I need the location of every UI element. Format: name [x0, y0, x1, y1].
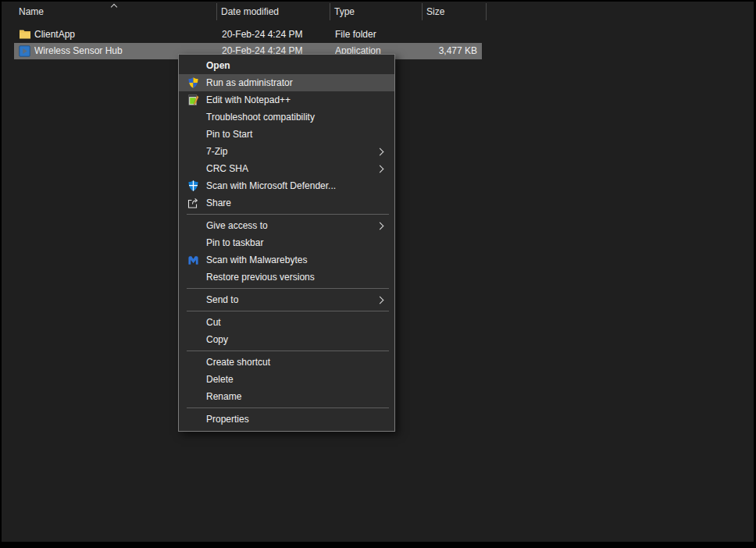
- file-list-pane: NameDate modifiedTypeSize ClientApp 20-F…: [2, 2, 754, 542]
- column-header-name[interactable]: Name: [14, 2, 216, 22]
- menu-separator: [187, 311, 389, 311]
- menu-item-crc-sha[interactable]: CRC SHA: [179, 160, 394, 177]
- menu-item-create-shortcut[interactable]: Create shortcut: [179, 354, 394, 371]
- column-headers: NameDate modifiedTypeSize: [2, 2, 754, 22]
- uac-shield-icon: [187, 77, 199, 89]
- menu-item-pin-to-taskbar[interactable]: Pin to taskbar: [179, 234, 394, 251]
- menu-item-cut[interactable]: Cut: [179, 314, 394, 331]
- notepadpp-icon: [187, 94, 199, 106]
- folder-icon: [19, 29, 31, 41]
- app-icon: [19, 45, 31, 57]
- menu-item-send-to[interactable]: Send to: [179, 291, 394, 308]
- malwarebytes-icon: [187, 254, 199, 266]
- menu-separator: [187, 288, 389, 289]
- menu-item-7-zip[interactable]: 7-Zip: [179, 143, 394, 160]
- submenu-arrow-icon: [376, 165, 384, 173]
- column-header-type[interactable]: Type: [330, 2, 422, 22]
- file-size: [422, 27, 480, 43]
- menu-item-restore-previous-versions[interactable]: Restore previous versions: [179, 269, 394, 286]
- menu-item-scan-with-malwarebytes[interactable]: Scan with Malwarebytes: [179, 251, 394, 269]
- menu-item-open[interactable]: Open: [179, 57, 394, 74]
- file-name: ClientApp: [34, 27, 214, 43]
- explorer-window: NameDate modifiedTypeSize ClientApp 20-F…: [0, 0, 756, 548]
- file-date-modified: 20-Feb-24 4:24 PM: [222, 27, 331, 43]
- defender-shield-icon: [187, 180, 199, 192]
- menu-item-scan-with-microsoft-defender[interactable]: Scan with Microsoft Defender...: [179, 177, 394, 194]
- column-divider[interactable]: [216, 3, 217, 20]
- share-icon: [187, 197, 199, 209]
- column-header-size[interactable]: Size: [422, 2, 486, 22]
- file-size: 3,477 KB: [422, 43, 480, 59]
- submenu-arrow-icon: [376, 296, 384, 304]
- column-divider[interactable]: [422, 3, 423, 20]
- file-type: File folder: [335, 27, 421, 43]
- submenu-arrow-icon: [376, 222, 384, 230]
- menu-item-give-access-to[interactable]: Give access to: [179, 217, 394, 234]
- menu-item-delete[interactable]: Delete: [179, 371, 394, 388]
- column-header-date-modified[interactable]: Date modified: [216, 2, 330, 22]
- menu-separator: [187, 407, 389, 408]
- menu-item-share[interactable]: Share: [179, 194, 394, 212]
- submenu-arrow-icon: [376, 148, 384, 155]
- menu-separator: [187, 351, 389, 351]
- menu-item-rename[interactable]: Rename: [179, 388, 394, 405]
- file-row-clientapp[interactable]: ClientApp 20-Feb-24 4:24 PM File folder: [14, 27, 482, 43]
- column-divider[interactable]: [486, 3, 487, 20]
- column-divider[interactable]: [330, 3, 330, 20]
- menu-separator: [187, 214, 389, 215]
- menu-item-run-as-administrator[interactable]: Run as administrator: [179, 74, 394, 91]
- menu-item-troubleshoot-compatibility[interactable]: Troubleshoot compatibility: [179, 109, 394, 126]
- context-menu: Open Run as administrator Edit with Note…: [178, 54, 395, 432]
- menu-item-properties[interactable]: Properties: [179, 411, 394, 428]
- menu-item-pin-to-start[interactable]: Pin to Start: [179, 126, 394, 143]
- menu-item-copy[interactable]: Copy: [179, 331, 394, 348]
- menu-item-edit-with-notepad[interactable]: Edit with Notepad++: [179, 91, 394, 109]
